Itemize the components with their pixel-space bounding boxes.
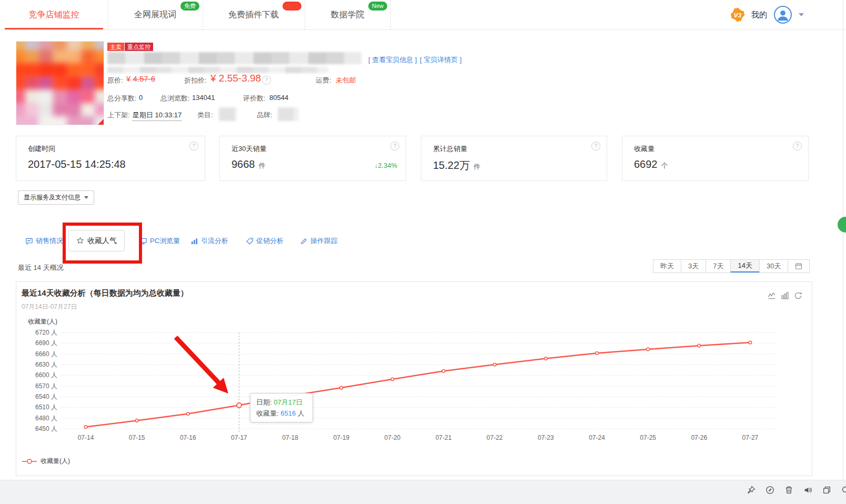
search-icon <box>841 486 846 495</box>
price-help-icon[interactable]: ? <box>262 76 271 85</box>
analysis-tab-5[interactable]: 促销分析 <box>246 236 284 246</box>
analysis-tab-label: 促销分析 <box>256 236 284 246</box>
stat-card-title: 近30天销量 <box>231 144 266 154</box>
svg-text:07-19: 07-19 <box>333 434 349 441</box>
svg-text:07-27: 07-27 <box>742 434 759 441</box>
share-count-value: 0 <box>139 94 143 102</box>
share-count-label: 总分享数: <box>107 94 137 103</box>
blurred-product-title <box>107 52 361 64</box>
range-button-3天[interactable]: 3天 <box>681 259 706 273</box>
badge-main-sell: 主卖 <box>107 43 124 51</box>
svg-text:07-25: 07-25 <box>640 434 656 441</box>
orig-price-value: ¥ 4.57-6 <box>126 74 155 83</box>
stat-card-title: 收藏量 <box>634 144 654 154</box>
analysis-tab-label: 收藏人气 <box>87 236 117 246</box>
view-item-info-link[interactable]: [ 查看宝贝信息 ] <box>368 55 417 65</box>
nav-tab-1[interactable]: 竞争店铺监控 <box>0 0 108 29</box>
review-count-value: 80544 <box>269 94 288 102</box>
chart-panel: 最近14天收藏分析（每日数据为均为总收藏量） 07月14日-07月27日 672… <box>16 281 812 476</box>
analysis-tab-label: 引流分析 <box>201 236 228 246</box>
stat-card-delta: ↓2.34% <box>375 162 397 169</box>
discount-price-value: ¥ 2.55-3.98 <box>210 73 261 84</box>
favorites-line-chart[interactable]: 6720 人6690 人6660 人6630 人6600 人6570 人6540… <box>16 282 812 476</box>
range-button-14天[interactable]: 14天 <box>730 259 759 273</box>
analysis-tab-2[interactable]: 收藏人气 <box>68 230 125 251</box>
calendar-button[interactable] <box>788 259 810 273</box>
product-image[interactable] <box>16 41 104 125</box>
analysis-tab-3[interactable]: PC浏览量 <box>139 236 180 246</box>
svg-text:07-21: 07-21 <box>436 434 452 441</box>
analysis-tab-4[interactable]: 引流分析 <box>190 236 228 246</box>
category-label: 类目: <box>197 110 213 120</box>
stat-card-unit: 件 <box>474 163 480 170</box>
range-button-30天[interactable]: 30天 <box>759 259 788 273</box>
image-corner-flag <box>98 119 104 125</box>
stat-card-unit: 个 <box>661 162 668 169</box>
shelf-label: 上下架: <box>107 110 130 120</box>
chart-legend[interactable]: 收藏量(人) <box>22 457 70 466</box>
vip-level-icon[interactable]: v3 <box>731 8 744 22</box>
chevron-down-icon[interactable] <box>799 13 804 16</box>
monitor-icon <box>139 237 147 245</box>
svg-text:07-14: 07-14 <box>78 434 94 441</box>
nav-right: v3 我的 <box>731 0 804 29</box>
stat-card-unit: 件 <box>259 162 266 169</box>
svg-text:07-20: 07-20 <box>385 434 401 441</box>
nav-tab-3[interactable]: 免费插件下载热门 <box>203 0 305 29</box>
legend-label: 收藏量(人) <box>41 457 70 466</box>
analysis-tab-1[interactable]: 销售情况 <box>25 236 63 246</box>
stat-card-1: 创建时间?2017-05-15 14:25:48 <box>16 136 205 181</box>
page: 竞争店铺监控全网展现词免费免费插件下载热门数据学院New v3 我的 主卖 重点… <box>0 0 846 504</box>
range-button-昨天[interactable]: 昨天 <box>653 259 681 273</box>
svg-text:07-17: 07-17 <box>231 434 247 441</box>
svg-text:6660 人: 6660 人 <box>35 350 57 358</box>
show-service-payment-button[interactable]: 显示服务及支付信息 <box>18 190 94 205</box>
svg-text:收藏量(人): 收藏量(人) <box>28 318 57 325</box>
stat-card-value: 15.22万件 <box>433 158 480 173</box>
help-icon[interactable]: ? <box>189 142 198 150</box>
view-count-label: 总浏览数: <box>160 94 190 103</box>
user-icon <box>776 7 790 22</box>
svg-text:6600 人: 6600 人 <box>35 371 57 379</box>
nav-tab-4[interactable]: 数据学院New <box>305 0 391 29</box>
help-icon[interactable]: ? <box>591 142 600 150</box>
nav-tab-badge: 热门 <box>283 2 301 11</box>
discount-price-label: 折扣价: <box>184 76 207 85</box>
avatar[interactable] <box>774 6 792 24</box>
stat-card-value: 9668件 <box>231 158 266 170</box>
svg-text:6540 人: 6540 人 <box>35 393 57 400</box>
blurred-category-value <box>219 107 237 121</box>
stat-card-2: 近30天销量?9668件↓2.34% <box>219 136 406 181</box>
nav-tab-badge: 免费 <box>180 2 199 11</box>
item-detail-page-link[interactable]: [ 宝贝详情页 ] <box>420 55 461 65</box>
svg-text:07-22: 07-22 <box>487 434 503 441</box>
window-restore-icon <box>822 486 831 495</box>
analysis-tab-6[interactable]: 操作跟踪 <box>300 236 338 246</box>
shelf-time-value[interactable]: 星期日 10:33:17 <box>133 110 182 121</box>
nav-tab-label: 全网展现词 <box>134 9 176 21</box>
svg-text:07-15: 07-15 <box>129 434 145 441</box>
svg-text:07-18: 07-18 <box>282 434 298 441</box>
stat-card-value: 2017-05-15 14:25:48 <box>28 158 126 170</box>
svg-text:6510 人: 6510 人 <box>35 404 57 411</box>
nav-tab-label: 数据学院 <box>331 9 365 21</box>
toggle-button-label: 显示服务及支付信息 <box>24 193 80 202</box>
bars-icon <box>190 237 198 245</box>
star-icon <box>76 237 84 245</box>
top-nav: 竞争店铺监控全网展现词免费免费插件下载热门数据学院New v3 我的 <box>0 0 846 30</box>
nav-tab-2[interactable]: 全网展现词免费 <box>108 0 203 29</box>
analysis-tab-label: 操作跟踪 <box>310 236 338 246</box>
range-button-7天[interactable]: 7天 <box>706 259 731 273</box>
help-icon[interactable]: ? <box>390 142 399 150</box>
help-icon[interactable]: ? <box>793 142 802 150</box>
svg-text:07-26: 07-26 <box>691 434 707 441</box>
badge-key-monitor: 重点监控 <box>125 43 153 51</box>
svg-text:6480 人: 6480 人 <box>35 415 57 422</box>
my-account-link[interactable]: 我的 <box>751 10 767 20</box>
view-count-value: 134041 <box>192 94 215 102</box>
caret-down-icon <box>84 196 88 199</box>
floating-widget[interactable] <box>838 217 846 233</box>
svg-text:07-16: 07-16 <box>180 434 196 441</box>
pen-icon <box>300 237 308 245</box>
chart-tooltip: 日期: 07月17日 收藏量: 6516 人 <box>250 393 313 422</box>
